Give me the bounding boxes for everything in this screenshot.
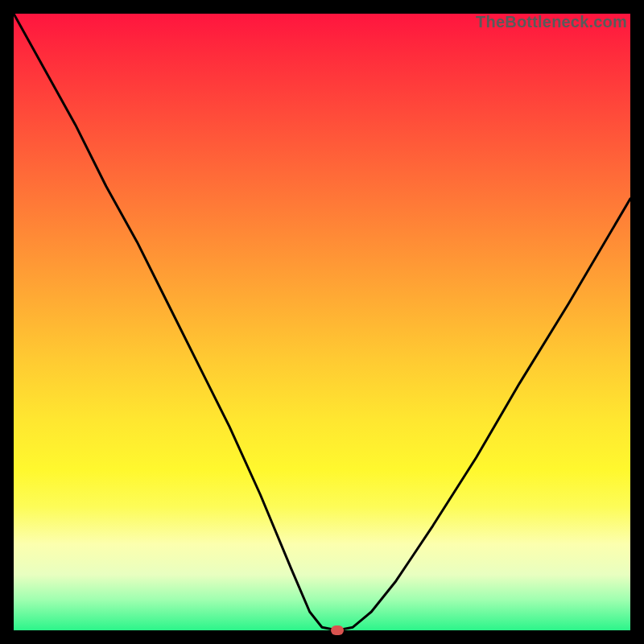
watermark-text: TheBottleneck.com xyxy=(476,13,627,31)
bottleneck-curve xyxy=(14,14,630,630)
curve-path xyxy=(14,14,630,630)
chart-frame: TheBottleneck.com xyxy=(0,0,644,644)
optimal-point-marker xyxy=(331,625,344,635)
plot-area: TheBottleneck.com xyxy=(14,14,630,630)
